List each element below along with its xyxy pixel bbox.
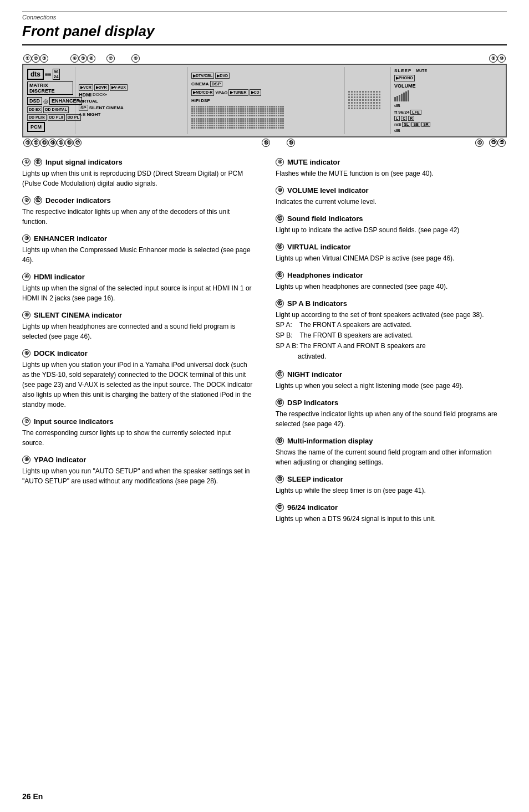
dd-plix-badge: DD PLIIx (27, 114, 47, 121)
entry-enhancer-body: Lights up when the Compressed Music Enha… (22, 245, 253, 265)
9624-label: 96/24 (398, 110, 409, 115)
entry-9624-body: Lights up when a DTS 96/24 signal is inp… (276, 514, 507, 524)
dvd-indicator: ▶DVD (215, 73, 230, 79)
top-number-row: ① ② ③ ④ ⑤ ⑥ ⑦ ⑧ ⑨ ⑩ (22, 54, 507, 63)
c-box: C (401, 116, 407, 121)
num-13: ⑬ (40, 139, 48, 147)
dsp-matrix-2 (205, 106, 217, 116)
entry-input-source: ⑦ Input source indicators The correspond… (22, 417, 253, 448)
entry-9624: ㉑ 96/24 indicator Lights up when a DTS 9… (276, 503, 507, 524)
entry-headphones-body: Lights up when headphones are connected … (276, 282, 507, 292)
entry-virtual-body: Lights up when Virtual CINEMA DSP is act… (276, 253, 507, 263)
entry-sound-field-label: Sound field indicators (287, 215, 363, 223)
content-descriptions: ① ⑪ Input signal indicators Lights up wh… (22, 158, 507, 532)
dsp-matrix-11 (231, 118, 244, 129)
entry-hdmi-label: HDMI indicator (34, 273, 85, 281)
entry-sleep-body: Lights up while the sleep timer is on (s… (276, 486, 507, 496)
entry-dock-title: ⑥ DOCK indicator (22, 349, 253, 358)
entry-silent-cinema-title: ⑤ SILENT CINEMA indicator (22, 311, 253, 319)
dvr-indicator: ▶DVR (94, 84, 109, 91)
hdmi-label: HDMI (79, 92, 91, 98)
dd-plii-badge: DD PLII (48, 114, 65, 121)
night-label: NIGHT (87, 112, 100, 117)
right-channel-indicators: ft 96/24 LFE L C R mS SL SB SR (394, 110, 430, 133)
dsp-matrix-10 (218, 118, 231, 129)
entry-ypao: ⑧ YPAO indicator Lights up when you run … (22, 456, 253, 486)
entry-hdmi-body: Lights up when the signal of the selecte… (22, 283, 253, 303)
entry-multi-info-body: Shows the name of the current sound fiel… (276, 447, 507, 467)
hifi-dsp-label: HiFi DSP (191, 98, 210, 103)
matrix-discrete-badge: MATRIX DISCRETE (27, 81, 73, 95)
entry-volume-body: Indicates the current volume level. (276, 197, 507, 207)
seg-dot-matrix-sources: ▶DTV/CBL ▶DVD CINEMA DSP ▶MD/CD-R YPAO ▶… (190, 67, 345, 134)
ab-label: A B (79, 112, 85, 117)
num-12: ⑫ (32, 139, 40, 147)
entry-silent-cinema: ⑤ SILENT CINEMA indicator Lights up when… (22, 311, 253, 341)
ms-label: mS (394, 122, 401, 127)
entry-sound-field-body: Light up to indicate the active DSP soun… (276, 225, 507, 235)
fraction-badge: 9624 (53, 69, 60, 80)
vcr-indicator: ▶VCR (79, 84, 93, 91)
entry-headphones-label: Headphones indicator (287, 271, 363, 279)
dsp-matrix-8 (191, 118, 204, 129)
num-9: ⑨ (489, 54, 497, 63)
num-8: ⑧ (131, 54, 140, 63)
entry-virtual-label: VIRTUAL indicator (287, 243, 351, 251)
entry-sleep-label: SLEEP indicator (287, 475, 343, 483)
left-column: ① ⑪ Input signal indicators Lights up wh… (22, 158, 253, 532)
ft-label: ft (394, 110, 397, 115)
entry-night-body: Lights up when you select a night listen… (276, 381, 507, 391)
page-container: Connections Front panel display ① ② ③ ④ … (0, 0, 529, 554)
equal-sign: ≡≡ (45, 72, 52, 78)
entry-ypao-label: YPAO indicator (34, 456, 86, 464)
entry-headphones-title: ⑮ Headphones indicator (276, 271, 507, 279)
entry-input-source-title: ⑦ Input source indicators (22, 417, 253, 426)
entry-silent-cinema-body: Lights up when headphones are connected … (22, 321, 253, 341)
entry-sp-ab-list: SP A: The FRONT A speakers are activated… (276, 320, 507, 362)
seg-multi-info (347, 67, 391, 134)
dsp-matrix-1 (191, 106, 204, 116)
seg-right-indicators: SLEEP MUTE ▶PHONO VOLUME (393, 67, 448, 134)
entry-input-source-body: The corresponding cursor lights up to sh… (22, 428, 253, 448)
tuner-indicator: ▶TUNER (228, 89, 248, 96)
entry-night-title: ⑰ NIGHT indicator (276, 370, 507, 379)
entry-enhancer-label: ENHANCER indicator (34, 234, 107, 243)
dock-label: DOCK▪ (93, 92, 107, 97)
entry-night-label: NIGHT indicator (287, 370, 342, 379)
entry-mute: ⑨ MUTE indicator Flashes while the MUTE … (276, 158, 507, 178)
dsp-matrix-5 (245, 106, 257, 116)
num-6: ⑥ (87, 54, 95, 63)
num-14: ⑭ (48, 139, 57, 147)
volume-label: VOLUME (394, 83, 416, 89)
entry-sleep: ⑳ SLEEP indicator Lights up while the sl… (276, 475, 507, 496)
entry-decoder: ② ⑫ Decoder indicators The respective in… (22, 196, 253, 227)
entry-input-source-label: Input source indicators (34, 417, 114, 426)
seg-sources: ▶VCR ▶DVR ▶V-AUX HDMI DOCK▪ VIRTUAL SP S… (77, 67, 188, 134)
num-19: ⑲ (287, 139, 295, 147)
num-7: ⑦ (106, 54, 115, 63)
entry-sound-field-title: ⑬ Sound field indicators (276, 215, 507, 223)
page-number: 26 En (22, 792, 43, 801)
entry-enhancer: ③ ENHANCER indicator Lights up when the … (22, 234, 253, 265)
entry-volume-title: ⑩ VOLUME level indicator (276, 186, 507, 195)
pcm-badge: PCM (27, 122, 45, 132)
entry-sp-ab-title: ⑯ SP A B indicators (276, 299, 507, 308)
dsp-matrix-12 (245, 118, 257, 129)
knob-icon: ◎ (43, 98, 48, 104)
entry-silent-cinema-label: SILENT CINEMA indicator (34, 311, 122, 319)
num-4: ④ (70, 54, 79, 63)
entry-input-signal: ① ⑪ Input signal indicators Lights up wh… (22, 158, 253, 188)
dsd-badge: DSD (27, 97, 42, 105)
dsp-matrix-9 (205, 118, 217, 129)
r-box: R (408, 116, 414, 121)
db-right-label: dB (394, 128, 400, 133)
entry-decoder-title: ② ⑫ Decoder indicators (22, 196, 253, 205)
entry-mute-label: MUTE indicator (287, 158, 340, 166)
page-title: Front panel display (22, 23, 507, 45)
num-2: ② (32, 54, 40, 63)
entry-input-signal-body: Lights up when this unit is reproducing … (22, 168, 253, 188)
dsp-matrix-6 (258, 106, 271, 116)
num-11: ⑪ (23, 139, 32, 147)
phono-label: ▶PHONO (394, 75, 415, 81)
mute-indicator: MUTE (416, 69, 427, 73)
